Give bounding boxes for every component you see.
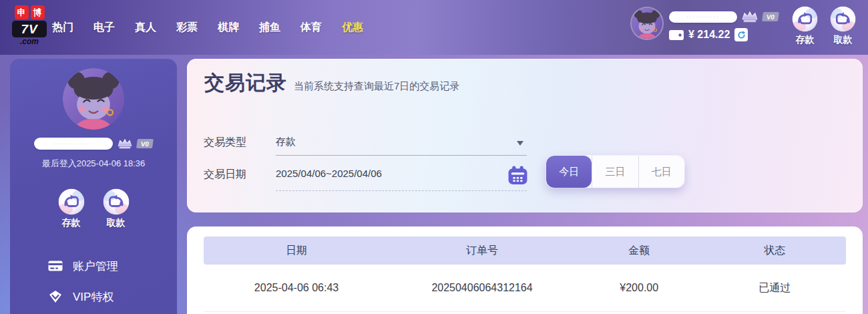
sidebar-menu: 账户管理 VIP特权 [10, 253, 177, 309]
transaction-type-value: 存款 [276, 134, 296, 148]
range-button-3days[interactable]: 三日 [592, 156, 638, 188]
date-range-button-group: 今日 三日 七日 [546, 156, 684, 188]
withdraw-button[interactable]: 取款 [830, 6, 856, 46]
cell-date: 2025-04-06 06:43 [204, 282, 389, 294]
deposit-label: 存款 [796, 34, 815, 46]
sidebar-quick-actions: 存款 取款 [58, 188, 130, 229]
calendar-button[interactable] [507, 165, 528, 186]
brand-name: 7V [12, 21, 47, 37]
crown-icon [741, 10, 758, 23]
chevron-down-icon [517, 141, 523, 149]
transaction-date-input[interactable]: 2025/04/06~2025/04/06 [276, 166, 527, 191]
transaction-table-panel: 日期 订单号 金额 状态 2025-04-06 06:43 2025040606… [187, 226, 863, 314]
page-subtitle: 当前系统支持查询最近7日的交易记录 [294, 80, 459, 93]
nav-item-lottery[interactable]: 彩票 [176, 21, 198, 35]
brand-badges: 申 博 [12, 5, 47, 19]
sidebar-deposit-button[interactable]: 存款 [58, 188, 85, 229]
nav-item-hot[interactable]: 热门 [52, 21, 73, 35]
table-header-amount: 金额 [575, 244, 703, 258]
nav-item-cards[interactable]: 棋牌 [218, 21, 239, 35]
transaction-date-label: 交易日期 [204, 168, 246, 182]
sidebar-vip-level-badge: V0 [136, 139, 154, 148]
sidebar-user-line: ············ V0 [34, 138, 153, 150]
transaction-filter-panel: 交易记录 当前系统支持查询最近7日的交易记录 交易类型 存款 交易日期 2025… [187, 59, 863, 212]
table-header-date: 日期 [204, 244, 389, 258]
withdraw-icon [103, 188, 130, 215]
crown-icon [117, 138, 133, 150]
brand-badge-1: 申 [15, 5, 29, 19]
wallet-icon [669, 30, 684, 40]
nav-item-fishing[interactable]: 捕鱼 [259, 21, 280, 35]
range-button-today[interactable]: 今日 [546, 156, 592, 188]
table-header-status: 状态 [703, 244, 846, 258]
avatar[interactable] [632, 8, 662, 39]
header-quick-actions: 存款 取款 [792, 6, 856, 46]
header-user-info: ·········· V0 ¥ 214.22 [669, 8, 779, 41]
table-row: 2025-04-06 06:43 20250406064312164 ¥200.… [204, 265, 846, 312]
transaction-date-value: 2025/04/06~2025/04/06 [276, 166, 382, 179]
sidebar-item-label: 账户管理 [73, 259, 118, 274]
withdraw-label: 取款 [834, 34, 853, 46]
withdraw-icon [830, 6, 856, 32]
app-screen: 申 博 7V .com 热门 电子 真人 彩票 棋牌 捕鱼 体育 优惠 ····… [0, 0, 868, 314]
page-background: ············ V0 最后登入2025-04-06 18:36 存款 … [0, 55, 868, 314]
last-login-text: 最后登入2025-04-06 18:36 [42, 158, 146, 170]
balance-amount: ¥ 214.22 [688, 29, 730, 41]
wallet-row: ¥ 214.22 [669, 28, 779, 41]
header-user-top: ·········· V0 [669, 10, 779, 23]
page-title: 交易记录 [204, 69, 287, 97]
sidebar-avatar [63, 68, 124, 130]
brand-logo[interactable]: 申 博 7V .com [12, 5, 47, 46]
nav-item-promos[interactable]: 优惠 [342, 21, 363, 35]
vip-diamond-icon [47, 290, 63, 303]
sidebar-deposit-label: 存款 [62, 217, 81, 229]
username-redacted: ·········· [669, 11, 737, 23]
sidebar-withdraw-label: 取款 [107, 217, 126, 229]
bank-card-icon [47, 261, 63, 271]
refresh-balance-button[interactable] [734, 28, 748, 41]
main-content: 交易记录 当前系统支持查询最近7日的交易记录 交易类型 存款 交易日期 2025… [187, 59, 863, 314]
deposit-icon [792, 6, 818, 32]
sidebar: ············ V0 最后登入2025-04-06 18:36 存款 … [10, 59, 177, 314]
main-navigation: 热门 电子 真人 彩票 棋牌 捕鱼 体育 优惠 [52, 0, 363, 55]
table-header-order-no: 订单号 [389, 244, 575, 258]
sidebar-item-vip-privileges[interactable]: VIP特权 [47, 284, 177, 309]
calendar-icon [507, 165, 528, 186]
cell-amount: ¥200.00 [575, 282, 703, 294]
vip-level-badge: V0 [762, 12, 779, 21]
panel-header: 交易记录 当前系统支持查询最近7日的交易记录 [204, 69, 459, 97]
brand-badge-2: 博 [31, 5, 45, 19]
header-user-cluster: ·········· V0 ¥ 214.22 [632, 8, 779, 41]
transaction-type-label: 交易类型 [204, 136, 246, 150]
sidebar-item-label: VIP特权 [73, 289, 114, 305]
transaction-type-select[interactable]: 存款 [276, 134, 527, 156]
top-navbar: 申 博 7V .com 热门 电子 真人 彩票 棋牌 捕鱼 体育 优惠 ····… [0, 0, 868, 55]
sidebar-withdraw-button[interactable]: 取款 [103, 188, 130, 229]
sidebar-username-redacted: ············ [34, 138, 113, 150]
cell-status: 已通过 [703, 281, 846, 295]
refresh-icon [736, 30, 746, 40]
deposit-button[interactable]: 存款 [792, 6, 818, 46]
sidebar-item-account-management[interactable]: 账户管理 [47, 253, 177, 279]
table-header-row: 日期 订单号 金额 状态 [204, 237, 846, 265]
range-button-7days[interactable]: 七日 [638, 156, 684, 188]
cell-order-no: 20250406064312164 [389, 282, 575, 294]
brand-tld: .com [12, 37, 47, 46]
nav-item-live[interactable]: 真人 [135, 21, 156, 35]
nav-item-slots[interactable]: 电子 [93, 21, 115, 35]
nav-item-sports[interactable]: 体育 [300, 21, 322, 35]
deposit-icon [58, 188, 85, 215]
